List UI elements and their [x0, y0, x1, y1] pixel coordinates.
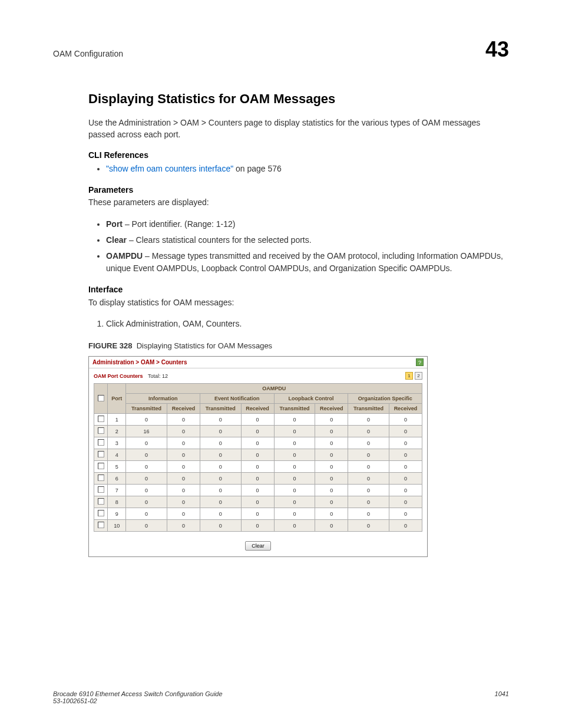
value-cell: 0	[167, 508, 200, 520]
figure-caption: FIGURE 328 Displaying Statistics for OAM…	[88, 341, 509, 351]
value-cell: 0	[241, 449, 274, 461]
value-cell: 0	[167, 414, 200, 426]
value-cell: 0	[200, 485, 241, 496]
value-cell: 0	[348, 426, 389, 437]
value-cell: 0	[200, 461, 241, 473]
help-icon[interactable]: ?	[416, 358, 424, 366]
checkbox-icon[interactable]	[98, 416, 104, 422]
checkbox-icon[interactable]	[98, 510, 104, 516]
port-cell: 4	[108, 449, 126, 461]
row-checkbox-cell[interactable]	[94, 426, 108, 437]
checkbox-icon[interactable]	[98, 486, 104, 493]
value-cell: 0	[241, 496, 274, 508]
value-cell: 0	[315, 485, 348, 496]
value-cell: 0	[389, 414, 422, 426]
value-cell: 0	[389, 473, 422, 485]
value-cell: 0	[315, 437, 348, 449]
page-badge-1[interactable]: 1	[405, 372, 413, 380]
table-row: 700000000	[94, 485, 422, 496]
section-name: OAM Configuration	[53, 49, 123, 58]
value-cell: 0	[315, 461, 348, 473]
interface-heading: Interface	[88, 284, 509, 296]
port-cell: 2	[108, 426, 126, 437]
value-cell: 0	[389, 449, 422, 461]
checkbox-header[interactable]	[94, 384, 108, 414]
value-cell: 0	[126, 496, 167, 508]
chapter-number: 43	[485, 37, 509, 62]
row-checkbox-cell[interactable]	[94, 473, 108, 485]
checkbox-icon[interactable]	[98, 439, 104, 446]
row-checkbox-cell[interactable]	[94, 449, 108, 461]
content-area: Displaying Statistics for OAM Messages U…	[53, 91, 509, 557]
row-checkbox-cell[interactable]	[94, 414, 108, 426]
page-badge-2[interactable]: 2	[415, 372, 422, 380]
page-header: OAM Configuration 43	[53, 37, 509, 62]
checkbox-icon[interactable]	[98, 463, 104, 469]
counters-label: OAM Port Counters	[94, 373, 143, 379]
param-name: Port	[106, 219, 123, 229]
checkbox-icon[interactable]	[98, 427, 104, 434]
value-cell: 0	[315, 449, 348, 461]
page-badges: 1 2	[405, 372, 422, 380]
value-cell: 0	[200, 496, 241, 508]
value-cell: 0	[126, 437, 167, 449]
row-checkbox-cell[interactable]	[94, 485, 108, 496]
figure-label: FIGURE 328	[88, 341, 132, 350]
breadcrumb: Administration > OAM > Counters	[92, 359, 187, 365]
value-cell: 0	[274, 426, 315, 437]
port-header: Port	[108, 384, 126, 414]
sub-header: Transmitted	[274, 404, 315, 414]
step-item: Click Administration, OAM, Counters.	[106, 318, 509, 330]
value-cell: 0	[315, 414, 348, 426]
checkbox-icon[interactable]	[98, 498, 104, 505]
value-cell: 0	[315, 496, 348, 508]
footer-doc: 53-1002651-02	[53, 697, 223, 704]
clear-button[interactable]: Clear	[245, 541, 271, 551]
row-checkbox-cell[interactable]	[94, 520, 108, 532]
row-checkbox-cell[interactable]	[94, 437, 108, 449]
page-title: Displaying Statistics for OAM Messages	[88, 91, 509, 107]
value-cell: 0	[200, 508, 241, 520]
value-cell: 0	[241, 473, 274, 485]
value-cell: 0	[389, 437, 422, 449]
row-checkbox-cell[interactable]	[94, 508, 108, 520]
cli-list: "show efm oam counters interface" on pag…	[88, 163, 509, 175]
value-cell: 0	[348, 496, 389, 508]
row-checkbox-cell[interactable]	[94, 496, 108, 508]
value-cell: 0	[348, 449, 389, 461]
value-cell: 0	[274, 485, 315, 496]
value-cell: 0	[348, 414, 389, 426]
value-cell: 0	[348, 520, 389, 532]
checkbox-icon[interactable]	[98, 395, 104, 401]
port-cell: 1	[108, 414, 126, 426]
sub-header: Received	[167, 404, 200, 414]
value-cell: 0	[241, 437, 274, 449]
counters-bar: OAM Port Counters Total: 12 1 2	[89, 368, 427, 383]
value-cell: 0	[315, 520, 348, 532]
value-cell: 0	[200, 437, 241, 449]
port-cell: 10	[108, 520, 126, 532]
table-row: 2160000000	[94, 426, 422, 437]
checkbox-icon[interactable]	[98, 475, 104, 481]
checkbox-icon[interactable]	[98, 451, 104, 457]
checkbox-icon[interactable]	[98, 522, 104, 528]
value-cell: 0	[126, 508, 167, 520]
value-cell: 0	[126, 449, 167, 461]
value-cell: 0	[241, 520, 274, 532]
port-cell: 3	[108, 437, 126, 449]
cli-heading: CLI References	[88, 150, 509, 162]
group-header: Organization Specific	[348, 394, 422, 404]
interface-intro: To display statistics for OAM messages:	[88, 297, 509, 309]
sub-header: Transmitted	[126, 404, 167, 414]
table-row: 600000000	[94, 473, 422, 485]
value-cell: 0	[200, 473, 241, 485]
value-cell: 0	[315, 426, 348, 437]
row-checkbox-cell[interactable]	[94, 461, 108, 473]
cli-suffix: on page 576	[233, 164, 282, 173]
oampdu-header: OAMPDU	[126, 384, 422, 394]
cli-link[interactable]: "show efm oam counters interface"	[106, 164, 233, 173]
value-cell: 0	[167, 485, 200, 496]
value-cell: 0	[167, 496, 200, 508]
value-cell: 0	[274, 437, 315, 449]
value-cell: 0	[167, 449, 200, 461]
